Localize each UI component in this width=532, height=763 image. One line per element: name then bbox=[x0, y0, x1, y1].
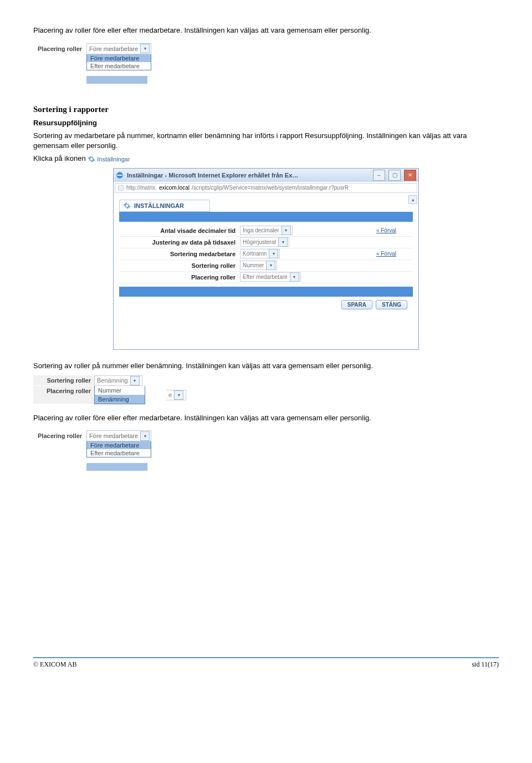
installningar-tab[interactable]: INSTÄLLNINGAR bbox=[119, 200, 210, 212]
placering-select[interactable]: Före medarbetare ▾ bbox=[86, 430, 151, 441]
address-bar[interactable]: http://matrix.exicom.local/scripts/cglip… bbox=[115, 183, 417, 193]
window-title: Inställningar - Microsoft Internet Explo… bbox=[127, 172, 370, 179]
window-body: ▴ INSTÄLLNINGAR Antal visade decimaler t… bbox=[114, 194, 418, 349]
close-button[interactable]: STÄNG bbox=[376, 300, 407, 309]
select-value: Benämning bbox=[97, 377, 128, 384]
gear-icon bbox=[123, 202, 131, 210]
setting-label: Justering av data på tidsaxel bbox=[119, 239, 240, 246]
section-bar bbox=[119, 212, 413, 222]
ie-icon bbox=[116, 171, 124, 179]
placering-roller-widget: Placering roller Före medarbetare ▾ Före… bbox=[33, 43, 151, 84]
setting-label: Sortering medarbetare bbox=[119, 251, 240, 257]
placering-label: Placering roller bbox=[33, 430, 86, 441]
placering-label: Placering roller bbox=[33, 386, 94, 404]
page-icon bbox=[117, 185, 124, 191]
paragraph: Sortering av roller på nummer eller benä… bbox=[33, 361, 499, 371]
decorative-block bbox=[86, 76, 147, 84]
setting-row: Sortering roller Nummer▾ bbox=[119, 260, 413, 272]
chevron-down-icon[interactable]: ▾ bbox=[130, 376, 140, 385]
setting-label: Placering roller bbox=[119, 274, 240, 281]
url-domain: exicom.local bbox=[159, 185, 190, 191]
chevron-down-icon[interactable]: ▾ bbox=[140, 431, 150, 441]
fragment-text: e bbox=[168, 391, 172, 398]
select-value: Efter medarbetare bbox=[243, 274, 288, 280]
placering-option[interactable]: Efter medarbetare bbox=[87, 62, 151, 70]
trailing-select-fragment[interactable]: e ▾ bbox=[166, 390, 186, 400]
chevron-down-icon[interactable]: ▾ bbox=[278, 237, 288, 247]
forval-link[interactable]: « Förval bbox=[376, 227, 413, 233]
sortering-label: Sortering roller bbox=[33, 375, 94, 386]
gear-icon bbox=[88, 155, 95, 163]
url-part: /scripts/cglip/WService=matrix/web/syste… bbox=[192, 185, 349, 191]
heading-sortering: Sortering i rapporter bbox=[33, 104, 499, 115]
page-footer: © EXICOM AB sid 11(17) bbox=[33, 657, 499, 669]
svg-rect-1 bbox=[119, 185, 124, 190]
ie-settings-window: Inställningar - Microsoft Internet Explo… bbox=[113, 168, 419, 350]
save-button[interactable]: SPARA bbox=[341, 300, 372, 309]
button-row: SPARA STÄNG bbox=[119, 297, 413, 313]
setting-select[interactable]: Nummer▾ bbox=[240, 261, 277, 270]
placering-dropdown-list: Före medarbetare Efter medarbetare bbox=[86, 441, 151, 457]
select-value: Inga decimaler bbox=[243, 227, 279, 233]
paragraph: Placering av roller före eller efter med… bbox=[33, 413, 499, 423]
sortering-option[interactable]: Nummer bbox=[95, 386, 145, 395]
forval-link[interactable]: « Förval bbox=[376, 251, 413, 257]
heading-resursuppfoljning: Resursuppföljning bbox=[33, 118, 499, 128]
chevron-down-icon[interactable]: ▾ bbox=[266, 261, 275, 270]
placering-option[interactable]: Före medarbetare bbox=[87, 441, 151, 449]
setting-row: Sortering medarbetare Kortnamn▾ « Förval bbox=[119, 248, 413, 260]
placering-label: Placering roller bbox=[33, 43, 86, 54]
window-titlebar: Inställningar - Microsoft Internet Explo… bbox=[114, 169, 418, 182]
url-part: http://matrix. bbox=[126, 185, 157, 191]
select-value: Högerjusterat bbox=[243, 239, 276, 245]
setting-select[interactable]: Kortnamn▾ bbox=[240, 249, 280, 258]
setting-row: Placering roller Efter medarbetare▾ bbox=[119, 272, 413, 283]
icon-link-label: Inställningar bbox=[97, 155, 130, 164]
setting-row: Justering av data på tidsaxel Högerjuste… bbox=[119, 237, 413, 248]
paragraph: Sortering av medarbetare på nummer, kort… bbox=[33, 131, 499, 150]
tab-title: INSTÄLLNINGAR bbox=[134, 202, 184, 209]
chevron-down-icon[interactable]: ▾ bbox=[140, 44, 150, 53]
maximize-button[interactable]: ▢ bbox=[388, 170, 401, 181]
placering-select[interactable]: Före medarbetare ▾ bbox=[86, 43, 151, 54]
footer-right: sid 11(17) bbox=[472, 660, 499, 669]
setting-row: Antal visade decimaler tid Inga decimale… bbox=[119, 225, 413, 237]
scroll-up-button[interactable]: ▴ bbox=[408, 195, 417, 204]
setting-select[interactable]: Högerjusterat▾ bbox=[240, 237, 289, 247]
placering-option[interactable]: Efter medarbetare bbox=[87, 449, 151, 457]
setting-label: Antal visade decimaler tid bbox=[119, 227, 240, 234]
decorative-block bbox=[86, 463, 147, 471]
close-button[interactable]: ✕ bbox=[404, 170, 416, 181]
sortering-option[interactable]: Benämning bbox=[95, 395, 145, 404]
paragraph: Placering av roller före eller efter med… bbox=[33, 26, 499, 35]
select-value: Kortnamn bbox=[243, 251, 267, 257]
chevron-down-icon[interactable]: ▾ bbox=[282, 226, 291, 235]
footer-left: © EXICOM AB bbox=[33, 660, 76, 669]
setting-label: Sortering roller bbox=[119, 262, 240, 269]
placering-select-value: Före medarbetare bbox=[89, 433, 138, 439]
sortering-dropdown-list: Nummer Benämning bbox=[94, 386, 145, 404]
setting-select[interactable]: Efter medarbetare▾ bbox=[240, 272, 301, 282]
section-bar bbox=[119, 287, 413, 297]
chevron-down-icon[interactable]: ▾ bbox=[290, 272, 299, 282]
chevron-down-icon[interactable]: ▾ bbox=[174, 390, 183, 400]
placering-option[interactable]: Före medarbetare bbox=[87, 54, 151, 62]
setting-select[interactable]: Inga decimaler▾ bbox=[240, 226, 293, 235]
minimize-button[interactable]: – bbox=[373, 170, 385, 181]
select-value: Nummer bbox=[243, 262, 264, 268]
sortering-select[interactable]: Benämning ▾ bbox=[94, 375, 142, 386]
chevron-down-icon[interactable]: ▾ bbox=[269, 249, 278, 258]
sortering-roller-widget: Sortering roller Benämning ▾ Placering r… bbox=[33, 375, 183, 404]
placering-roller-widget: Placering roller Före medarbetare ▾ Före… bbox=[33, 430, 151, 471]
paragraph: Klicka på ikonen Inställningar bbox=[33, 154, 499, 164]
placering-dropdown-list: Före medarbetare Efter medarbetare bbox=[86, 54, 151, 70]
installningar-icon-link[interactable]: Inställningar bbox=[88, 155, 130, 164]
placering-select-value: Före medarbetare bbox=[89, 45, 138, 52]
text: Klicka på ikonen bbox=[33, 154, 86, 162]
